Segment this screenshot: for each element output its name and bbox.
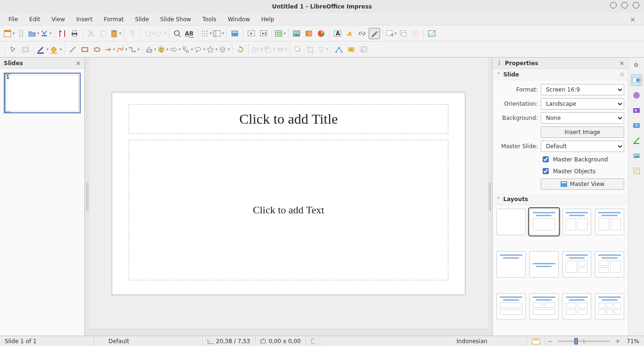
gluepoints-button[interactable] (346, 44, 357, 55)
menu-file[interactable]: File (4, 15, 23, 24)
zoom-slider[interactable] (558, 340, 610, 342)
minimize-button[interactable] (610, 2, 617, 8)
status-language[interactable]: Indonesian (452, 336, 527, 346)
edit-points-button[interactable] (333, 44, 345, 55)
status-signature[interactable] (306, 336, 320, 346)
lines-arrows-button[interactable] (104, 44, 115, 55)
line-tool[interactable] (67, 44, 78, 55)
export-pdf-button[interactable] (57, 28, 68, 39)
fontwork-button[interactable]: A (344, 28, 355, 39)
slide-thumbnail-1[interactable]: 1 (4, 73, 81, 113)
tab-navigator-icon[interactable] (631, 165, 642, 177)
delete-slide-button[interactable] (410, 28, 421, 39)
spellcheck-button[interactable]: AB (184, 28, 195, 39)
crop-button[interactable] (305, 44, 316, 55)
layout-9[interactable] (496, 293, 526, 320)
title-placeholder[interactable]: Click to add Title (129, 104, 448, 134)
layout-title-content[interactable] (529, 209, 559, 235)
layout-blank[interactable] (496, 209, 526, 235)
print-button[interactable] (69, 28, 80, 39)
slide-section-head[interactable]: Slide ◎ (493, 69, 628, 80)
close-window-button[interactable] (633, 2, 639, 8)
flowchart-button[interactable] (182, 44, 193, 55)
layout-6[interactable] (529, 251, 559, 278)
undo-button[interactable] (143, 28, 154, 39)
layout-8[interactable] (595, 251, 624, 278)
start-current-slide-button[interactable] (258, 28, 269, 39)
block-arrows-button[interactable] (169, 44, 181, 55)
callouts-button[interactable] (194, 44, 205, 55)
status-fit-slide[interactable] (527, 336, 545, 346)
new-slide-button[interactable]: + (385, 28, 396, 39)
connectors-button[interactable] (128, 44, 140, 55)
layout-7[interactable] (562, 251, 592, 278)
slide-section-options-icon[interactable]: ◎ (619, 71, 624, 77)
slide-layout-button[interactable] (426, 28, 438, 39)
master-view-button[interactable]: Master View (541, 178, 624, 190)
tab-transitions-icon[interactable] (631, 105, 642, 116)
menu-window[interactable]: Window (223, 15, 255, 24)
layout-title-only[interactable] (595, 209, 624, 235)
close-slides-panel[interactable]: × (76, 60, 81, 67)
layout-11[interactable] (562, 293, 592, 320)
zoom-in-icon[interactable]: + (613, 338, 622, 345)
select-tool[interactable] (8, 44, 19, 55)
line-color-button[interactable] (36, 44, 49, 55)
zoom-pan-button[interactable] (20, 44, 31, 55)
right-splitter[interactable] (487, 58, 492, 336)
master-slide-button[interactable] (229, 28, 240, 39)
text-box-button[interactable]: A (332, 28, 343, 39)
open-button[interactable] (28, 28, 39, 39)
curves-polygons-button[interactable] (116, 44, 127, 55)
tab-shapes-icon[interactable] (631, 90, 642, 101)
slide-canvas[interactable]: Click to add Title Click to add Text (112, 92, 465, 295)
canvas-wrap[interactable]: Click to add Title Click to add Text (90, 58, 487, 329)
layout-12[interactable] (595, 293, 624, 320)
menu-tools[interactable]: Tools (198, 15, 221, 24)
distribute-button[interactable] (276, 44, 287, 55)
symbol-shapes-button[interactable] (157, 44, 168, 55)
insert-image-button[interactable]: Insert Image (541, 127, 624, 138)
clone-format-button[interactable] (126, 28, 138, 39)
rectangle-tool[interactable] (79, 44, 91, 55)
display-grid-button[interactable] (200, 28, 212, 39)
display-views-button[interactable] (213, 28, 224, 39)
background-select[interactable]: None (541, 112, 624, 124)
master-slide-select[interactable]: Default (541, 141, 624, 152)
basic-shapes-button[interactable] (145, 44, 156, 55)
stars-banners-button[interactable] (206, 44, 217, 55)
layout-5[interactable] (496, 251, 526, 278)
paste-button[interactable] (110, 28, 121, 39)
extrusion-button[interactable] (358, 44, 369, 55)
redo-button[interactable] (155, 28, 166, 39)
insert-av-button[interactable] (303, 28, 314, 39)
master-background-checkbox[interactable] (543, 156, 549, 162)
tab-animation-icon[interactable] (631, 120, 642, 131)
tab-master-slides-icon[interactable] (631, 135, 642, 146)
rotate-button[interactable] (235, 44, 246, 55)
maximize-button[interactable] (621, 2, 628, 8)
left-splitter[interactable] (85, 58, 90, 336)
master-objects-checkbox[interactable] (543, 168, 549, 174)
show-draw-functions-button[interactable] (369, 28, 380, 39)
duplicate-slide-button[interactable] (397, 28, 409, 39)
3d-objects-button[interactable] (218, 44, 230, 55)
document-close-icon[interactable]: × (625, 14, 640, 25)
menu-format[interactable]: Format (99, 15, 128, 24)
menu-insert[interactable]: Insert (72, 15, 97, 24)
zoom-out-icon[interactable]: − (545, 338, 554, 345)
orientation-select[interactable]: Landscape (541, 98, 624, 110)
menu-help[interactable]: Help (256, 15, 279, 24)
content-placeholder[interactable]: Click to add Text (129, 140, 448, 280)
tab-properties-icon[interactable] (631, 75, 642, 86)
format-select[interactable]: Screen 16:9 (541, 84, 624, 95)
start-first-slide-button[interactable] (246, 28, 257, 39)
align-objects-button[interactable] (251, 44, 263, 55)
horizontal-scrollbar[interactable] (90, 329, 487, 336)
insert-chart-button[interactable] (315, 28, 327, 39)
slides-panel-body[interactable]: 1 (0, 69, 84, 336)
ellipse-tool[interactable] (91, 44, 103, 55)
sidebar-settings-icon[interactable]: ⚙ (631, 59, 642, 71)
menu-slideshow[interactable]: Slide Show (156, 15, 196, 24)
fill-color-button[interactable] (50, 44, 62, 55)
